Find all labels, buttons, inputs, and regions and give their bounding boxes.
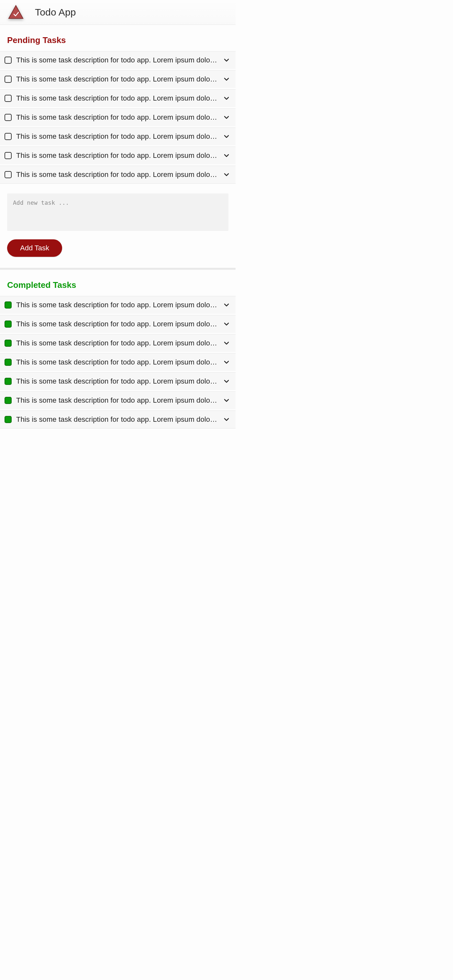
checkbox-unchecked-icon[interactable] bbox=[5, 152, 12, 159]
checkbox-unchecked-icon[interactable] bbox=[5, 76, 12, 83]
task-row[interactable]: This is some task description for todo a… bbox=[0, 127, 236, 145]
task-description: This is some task description for todo a… bbox=[16, 396, 217, 405]
completed-section: Completed Tasks This is some task descri… bbox=[0, 270, 236, 428]
task-row[interactable]: This is some task description for todo a… bbox=[0, 315, 236, 333]
task-description: This is some task description for todo a… bbox=[16, 339, 217, 347]
task-row[interactable]: This is some task description for todo a… bbox=[0, 165, 236, 184]
app-bar: Todo App bbox=[0, 0, 236, 25]
chevron-down-icon[interactable] bbox=[222, 132, 231, 141]
chevron-down-icon[interactable] bbox=[222, 151, 231, 160]
task-description: This is some task description for todo a… bbox=[16, 113, 217, 122]
task-description: This is some task description for todo a… bbox=[16, 358, 217, 366]
new-task-input[interactable] bbox=[7, 193, 228, 231]
add-task-area: Add Task bbox=[0, 184, 236, 268]
checkbox-checked-icon[interactable] bbox=[5, 397, 12, 404]
checkbox-unchecked-icon[interactable] bbox=[5, 114, 12, 121]
chevron-down-icon[interactable] bbox=[222, 415, 231, 424]
chevron-down-icon[interactable] bbox=[222, 75, 231, 84]
task-description: This is some task description for todo a… bbox=[16, 56, 217, 64]
task-description: This is some task description for todo a… bbox=[16, 75, 217, 83]
chevron-down-icon[interactable] bbox=[222, 113, 231, 122]
task-row[interactable]: This is some task description for todo a… bbox=[0, 296, 236, 314]
task-description: This is some task description for todo a… bbox=[16, 320, 217, 328]
checkbox-unchecked-icon[interactable] bbox=[5, 57, 12, 64]
checkbox-unchecked-icon[interactable] bbox=[5, 133, 12, 140]
add-task-button[interactable]: Add Task bbox=[7, 239, 62, 257]
checkbox-unchecked-icon[interactable] bbox=[5, 95, 12, 102]
task-description: This is some task description for todo a… bbox=[16, 415, 217, 424]
task-row[interactable]: This is some task description for todo a… bbox=[0, 353, 236, 371]
task-row[interactable]: This is some task description for todo a… bbox=[0, 372, 236, 390]
svg-marker-0 bbox=[9, 5, 23, 18]
task-description: This is some task description for todo a… bbox=[16, 94, 217, 103]
chevron-down-icon[interactable] bbox=[222, 56, 231, 65]
task-row[interactable]: This is some task description for todo a… bbox=[0, 108, 236, 126]
chevron-down-icon[interactable] bbox=[222, 396, 231, 405]
chevron-down-icon[interactable] bbox=[222, 339, 231, 348]
completed-title: Completed Tasks bbox=[0, 270, 236, 296]
task-description: This is some task description for todo a… bbox=[16, 170, 217, 179]
task-row[interactable]: This is some task description for todo a… bbox=[0, 146, 236, 164]
checkbox-checked-icon[interactable] bbox=[5, 340, 12, 347]
checkbox-checked-icon[interactable] bbox=[5, 416, 12, 423]
chevron-down-icon[interactable] bbox=[222, 320, 231, 329]
task-description: This is some task description for todo a… bbox=[16, 132, 217, 141]
chevron-down-icon[interactable] bbox=[222, 170, 231, 179]
checkbox-unchecked-icon[interactable] bbox=[5, 171, 12, 178]
pending-task-list: This is some task description for todo a… bbox=[0, 51, 236, 184]
task-description: This is some task description for todo a… bbox=[16, 151, 217, 160]
task-row[interactable]: This is some task description for todo a… bbox=[0, 334, 236, 352]
checkbox-checked-icon[interactable] bbox=[5, 321, 12, 328]
pending-section: Pending Tasks This is some task descript… bbox=[0, 25, 236, 268]
checkbox-checked-icon[interactable] bbox=[5, 301, 12, 309]
checkbox-checked-icon[interactable] bbox=[5, 378, 12, 385]
app-title: Todo App bbox=[35, 7, 76, 18]
task-row[interactable]: This is some task description for todo a… bbox=[0, 391, 236, 409]
chevron-down-icon[interactable] bbox=[222, 301, 231, 310]
task-row[interactable]: This is some task description for todo a… bbox=[0, 70, 236, 88]
chevron-down-icon[interactable] bbox=[222, 94, 231, 103]
task-row[interactable]: This is some task description for todo a… bbox=[0, 51, 236, 69]
task-row[interactable]: This is some task description for todo a… bbox=[0, 410, 236, 428]
pending-title: Pending Tasks bbox=[0, 25, 236, 51]
task-description: This is some task description for todo a… bbox=[16, 377, 217, 385]
chevron-down-icon[interactable] bbox=[222, 377, 231, 386]
completed-task-list: This is some task description for todo a… bbox=[0, 296, 236, 428]
task-row[interactable]: This is some task description for todo a… bbox=[0, 89, 236, 107]
chevron-down-icon[interactable] bbox=[222, 358, 231, 367]
task-description: This is some task description for todo a… bbox=[16, 301, 217, 309]
app-logo-icon bbox=[8, 4, 24, 21]
checkbox-checked-icon[interactable] bbox=[5, 359, 12, 366]
